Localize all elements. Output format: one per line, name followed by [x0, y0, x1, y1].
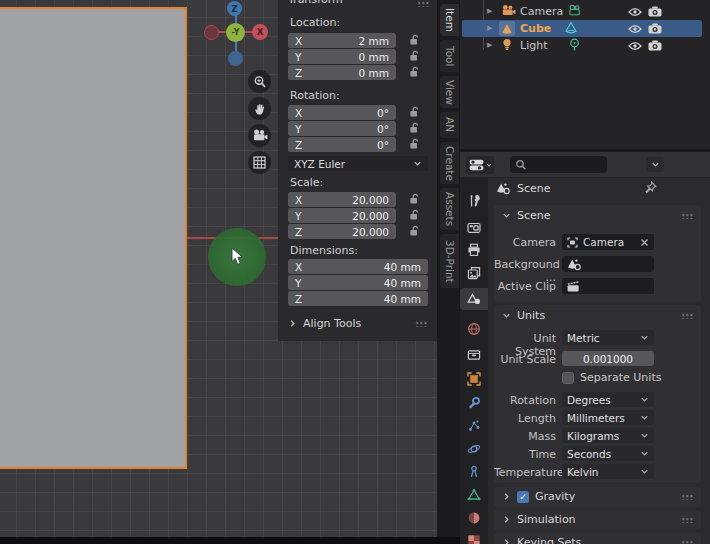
tab-an[interactable]: AN	[440, 112, 459, 138]
outliner-row-cube[interactable]: ▶ Cube	[460, 20, 710, 36]
tab-assets[interactable]: Assets	[440, 188, 459, 230]
outliner-row-light[interactable]: ▶ Light	[460, 37, 710, 53]
location-x-field[interactable]: X2 mm	[288, 33, 396, 48]
tab-item[interactable]: Item	[440, 4, 459, 36]
camera-view-button[interactable]	[248, 124, 271, 147]
eye-visibility-icon[interactable]	[628, 7, 642, 17]
tab-object-properties[interactable]	[460, 368, 488, 390]
light-data-icon[interactable]	[568, 38, 581, 52]
editor-resize-handle[interactable]	[0, 537, 460, 544]
expand-arrow-icon[interactable]: ▶	[487, 24, 492, 32]
location-y-field[interactable]: Y0 mm	[288, 49, 396, 64]
lock-open-icon[interactable]	[409, 225, 420, 237]
scale-x-field[interactable]: X20.000	[288, 192, 396, 207]
rotation-unit-dropdown[interactable]: Degrees	[562, 392, 654, 407]
lock-open-icon[interactable]	[409, 106, 420, 118]
cone-data-icon[interactable]	[564, 21, 578, 35]
location-z-field[interactable]: Z0 mm	[288, 65, 396, 80]
panel-drag-handle[interactable]	[680, 493, 693, 500]
camera-data-icon[interactable]	[568, 4, 583, 17]
temperature-unit-dropdown[interactable]: Kelvin	[562, 464, 654, 479]
gizmo-x-ball[interactable]: X	[252, 24, 268, 40]
lock-open-icon[interactable]	[409, 209, 420, 221]
lock-open-icon[interactable]	[409, 122, 420, 134]
pin-icon[interactable]	[644, 181, 657, 194]
object-name[interactable]: Light	[520, 39, 547, 52]
tab-physics-properties[interactable]	[460, 438, 488, 460]
lock-open-icon[interactable]	[409, 34, 420, 46]
tab-tool-properties[interactable]	[460, 190, 488, 212]
tab-world-properties[interactable]	[460, 318, 488, 340]
time-unit-dropdown[interactable]: Seconds	[562, 446, 654, 461]
transform-panel-drag-handle[interactable]	[416, 0, 429, 7]
scene-panel-header[interactable]: Scene	[502, 209, 551, 222]
render-visibility-icon[interactable]	[648, 23, 662, 34]
scale-y-field[interactable]: Y20.000	[288, 208, 396, 223]
rotation-z-field[interactable]: Z0°	[288, 137, 396, 152]
scale-z-field[interactable]: Z20.000	[288, 224, 396, 239]
panel-drag-handle[interactable]	[680, 312, 693, 319]
lock-open-icon[interactable]	[409, 193, 420, 205]
expand-arrow-icon[interactable]: ▶	[487, 41, 492, 49]
unit-system-dropdown[interactable]: Metric	[562, 330, 654, 345]
tab-texture-properties[interactable]	[460, 530, 488, 544]
object-name[interactable]: Camera	[520, 5, 563, 18]
tab-modifier-properties[interactable]	[460, 392, 488, 414]
cube-object-face[interactable]	[0, 7, 187, 469]
background-set-field[interactable]	[562, 256, 654, 272]
transform-panel-header[interactable]: Transform	[288, 0, 343, 6]
gravity-checkbox[interactable]: ✓	[517, 491, 529, 503]
gizmo-neg-z-ball[interactable]	[228, 51, 243, 66]
search-input[interactable]	[510, 156, 607, 173]
tab-create[interactable]: Create	[440, 142, 459, 184]
tab-object-data-properties[interactable]	[460, 484, 488, 506]
tab-tool[interactable]: Tool	[440, 40, 459, 72]
panel-drag-handle[interactable]	[680, 212, 693, 219]
rotation-y-field[interactable]: Y0°	[288, 121, 396, 136]
tab-particle-properties[interactable]	[460, 415, 488, 437]
lock-open-icon[interactable]	[409, 50, 420, 62]
clear-x-icon[interactable]	[640, 238, 649, 247]
panel-drag-handle[interactable]	[680, 539, 693, 544]
filter-dropdown-button[interactable]	[646, 157, 664, 172]
editor-type-button[interactable]	[466, 156, 494, 174]
breadcrumb-scene-label[interactable]: Scene	[517, 182, 551, 195]
rotation-x-field[interactable]: X0°	[288, 105, 396, 120]
gizmo-neg-x-ball[interactable]	[204, 25, 219, 40]
align-tools-panel-header[interactable]: Align Tools	[288, 317, 361, 330]
mass-unit-dropdown[interactable]: Kilograms	[562, 428, 654, 443]
panel-drag-handle[interactable]	[680, 516, 693, 523]
dimensions-x-field[interactable]: X40 mm	[288, 259, 428, 274]
dimensions-z-field[interactable]: Z40 mm	[288, 291, 428, 306]
zoom-button[interactable]	[248, 70, 271, 93]
lock-open-icon[interactable]	[409, 138, 420, 150]
align-tools-drag-handle[interactable]	[414, 320, 427, 327]
object-name[interactable]: Cube	[520, 22, 551, 35]
gizmo-neg-y-ball[interactable]: -Y	[226, 23, 245, 42]
scene-camera-field[interactable]: Camera	[562, 234, 654, 250]
expand-arrow-icon[interactable]: ▶	[487, 7, 492, 15]
dimensions-y-field[interactable]: Y40 mm	[288, 275, 428, 290]
tab-scene-properties[interactable]	[460, 288, 488, 310]
length-unit-dropdown[interactable]: Millimeters	[562, 410, 654, 425]
viewport-3d[interactable]: X Z -Y Transform Location: X2 mm Y0 mm Z…	[0, 0, 460, 537]
units-panel-header[interactable]: Units	[502, 309, 545, 322]
tab-3d-print[interactable]: 3D-Print	[440, 234, 459, 288]
tab-view[interactable]: View	[440, 76, 459, 108]
rotation-mode-dropdown[interactable]: XYZ Euler	[288, 156, 428, 171]
tab-collection-properties[interactable]	[460, 343, 488, 365]
grid-view-button[interactable]	[248, 151, 271, 174]
tab-constraint-properties[interactable]	[460, 461, 488, 483]
render-visibility-icon[interactable]	[648, 6, 662, 17]
tab-output-properties[interactable]	[460, 239, 488, 261]
unit-scale-slider[interactable]: 0.001000	[562, 351, 654, 366]
gravity-panel-header[interactable]: ✓ Gravity	[502, 490, 575, 503]
outliner-row-camera[interactable]: ▶ Camera	[460, 3, 710, 19]
gizmo-z-ball[interactable]: Z	[227, 1, 242, 16]
tab-material-properties[interactable]	[460, 507, 488, 529]
eye-visibility-icon[interactable]	[628, 24, 642, 34]
render-visibility-icon[interactable]	[648, 40, 662, 51]
tab-viewlayer-properties[interactable]	[460, 262, 488, 284]
eye-visibility-icon[interactable]	[628, 41, 642, 51]
lock-open-icon[interactable]	[409, 66, 420, 78]
